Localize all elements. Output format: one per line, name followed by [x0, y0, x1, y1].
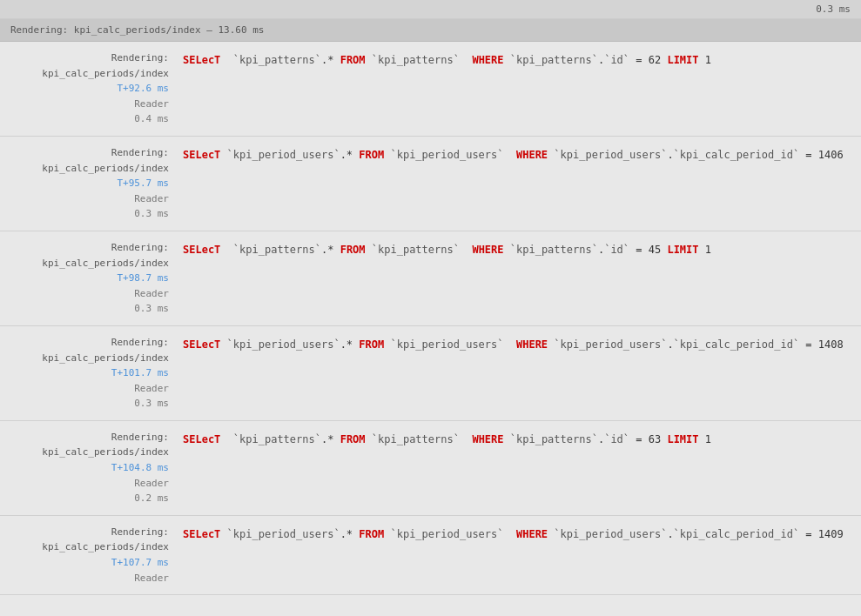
meta-reader-time: 0.2 ms	[0, 491, 169, 506]
meta-time: T+98.7 ms	[0, 271, 169, 286]
meta-reader: Reader	[0, 381, 169, 397]
block-sql: SELecT `kpi_patterns`.* FROM `kpi_patter…	[183, 50, 861, 68]
block-meta: Rendering: kpi_calc_periods/index T+101.…	[0, 335, 183, 412]
meta-title: Rendering: kpi_calc_periods/index	[0, 430, 169, 460]
meta-reader: Reader	[0, 286, 169, 302]
meta-time: T+92.6 ms	[0, 81, 169, 97]
block-sql: SELecT `kpi_patterns`.* FROM `kpi_patter…	[183, 240, 861, 258]
query-block: Rendering: kpi_calc_periods/index T+107.…	[0, 516, 861, 595]
render-bar-label: Rendering: kpi_calc_periods/index — 13.6…	[10, 24, 264, 36]
meta-reader-time: 0.3 ms	[0, 206, 169, 222]
meta-reader-time: 0.4 ms	[0, 111, 169, 127]
query-block: Rendering: kpi_calc_periods/index T+101.…	[0, 326, 861, 421]
meta-time: T+104.8 ms	[0, 460, 169, 476]
meta-title: Rendering: kpi_calc_periods/index	[0, 525, 169, 555]
meta-title: Rendering: kpi_calc_periods/index	[0, 145, 169, 176]
block-meta: Rendering: kpi_calc_periods/index T+104.…	[0, 430, 183, 506]
blocks-container: Rendering: kpi_calc_periods/index T+92.6…	[0, 42, 861, 595]
block-sql: SELecT `kpi_period_users`.* FROM `kpi_pe…	[183, 145, 861, 163]
meta-reader: Reader	[0, 476, 169, 492]
block-meta: Rendering: kpi_calc_periods/index T+95.7…	[0, 145, 183, 222]
block-sql: SELecT `kpi_period_users`.* FROM `kpi_pe…	[183, 335, 861, 352]
meta-reader: Reader	[0, 97, 169, 112]
meta-time: T+95.7 ms	[0, 176, 169, 191]
meta-time: T+101.7 ms	[0, 365, 169, 381]
meta-time: T+107.7 ms	[0, 555, 169, 571]
block-meta: Rendering: kpi_calc_periods/index T+107.…	[0, 525, 183, 586]
meta-reader-time: 0.3 ms	[0, 396, 169, 412]
query-block: Rendering: kpi_calc_periods/index T+92.6…	[0, 42, 861, 137]
query-block: Rendering: kpi_calc_periods/index T+104.…	[0, 421, 861, 516]
query-block: Rendering: kpi_calc_periods/index T+95.7…	[0, 137, 861, 231]
meta-title: Rendering: kpi_calc_periods/index	[0, 50, 169, 81]
render-bar: Rendering: kpi_calc_periods/index — 13.6…	[0, 19, 861, 42]
meta-reader: Reader	[0, 571, 169, 586]
top-bar-time: 0.3 ms	[816, 3, 851, 15]
top-bar: 0.3 ms	[0, 0, 861, 19]
block-sql: SELecT `kpi_period_users`.* FROM `kpi_pe…	[183, 525, 861, 542]
meta-reader-time: 0.3 ms	[0, 301, 169, 317]
meta-reader: Reader	[0, 191, 169, 207]
block-meta: Rendering: kpi_calc_periods/index T+92.6…	[0, 50, 183, 127]
block-meta: Rendering: kpi_calc_periods/index T+98.7…	[0, 240, 183, 317]
meta-title: Rendering: kpi_calc_periods/index	[0, 240, 169, 271]
block-sql: SELecT `kpi_patterns`.* FROM `kpi_patter…	[183, 430, 861, 447]
query-block: Rendering: kpi_calc_periods/index T+98.7…	[0, 231, 861, 326]
meta-title: Rendering: kpi_calc_periods/index	[0, 335, 169, 365]
